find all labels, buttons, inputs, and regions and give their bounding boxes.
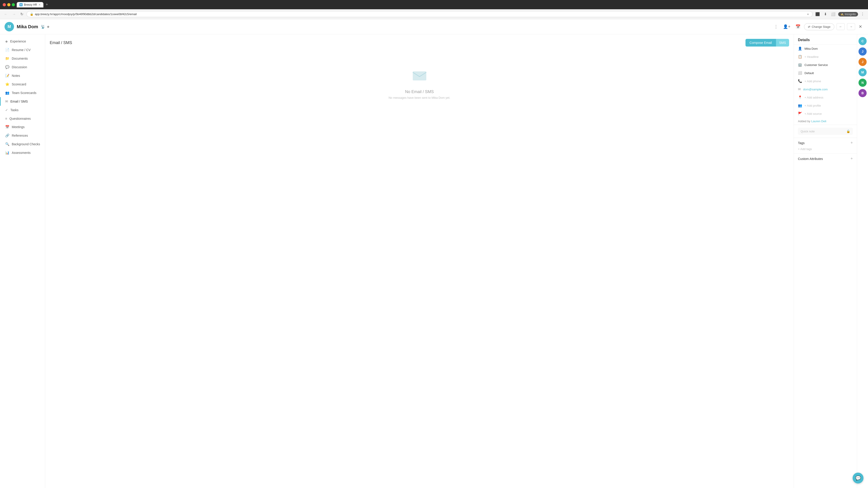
dept-sub-icon: ⬜ [798, 71, 802, 75]
sidebar-item-resume-cv[interactable]: 📄 Resume / CV [0, 46, 45, 54]
right-avatar-B[interactable]: B [859, 89, 867, 97]
sidebar-item-experience[interactable]: ◈ Experience [0, 37, 45, 46]
tags-add-btn[interactable]: + [850, 140, 853, 145]
email-value[interactable]: dom@sample.com [803, 88, 828, 91]
tab-close-btn[interactable]: ✕ [38, 3, 41, 6]
sidebar-item-team-scorecards[interactable]: 👥 Team Scorecards [0, 89, 45, 97]
detail-row-name: 👤 Mika Dom [794, 44, 857, 53]
empty-title: No Email / SMS [405, 90, 434, 94]
sidebar-label-experience: Experience [10, 39, 26, 43]
next-candidate-btn[interactable]: → [847, 23, 855, 30]
app-header: M Mika Dom 📡 ★ ⋮ 👤+ 📅 ⇄ Change Stage ← →… [0, 19, 868, 34]
department-sub: Default [804, 71, 814, 75]
compose-buttons: Compose Email SMS [745, 39, 789, 46]
sidebar-item-tasks[interactable]: ✓ Tasks [0, 106, 45, 114]
browser-chrome: B Breezy HR ✕ + [0, 0, 868, 9]
sidebar-item-references[interactable]: 🔗 References [0, 131, 45, 140]
sidebar: ◈ Experience 📄 Resume / CV 📁 Documents 💬… [0, 34, 45, 488]
refresh-btn[interactable]: ↻ [19, 11, 25, 17]
right-avatar-J1[interactable]: J [859, 47, 867, 56]
tags-section: Tags + + Add tags [794, 138, 857, 153]
chat-btn[interactable]: 💬 [852, 473, 864, 484]
custom-attrs-title: Custom Attributes [798, 157, 823, 161]
experience-icon: ◈ [5, 39, 8, 43]
source-placeholder: + Add source [804, 112, 822, 116]
window-minimize-btn[interactable] [7, 3, 10, 6]
new-tab-btn[interactable]: + [44, 2, 50, 7]
added-by-label: Added by [798, 120, 810, 123]
split-btn[interactable]: ⬜ [830, 11, 836, 17]
sms-btn[interactable]: SMS [776, 39, 789, 46]
nav-bar: ← → ↻ 🔒 app.breezy.hr/app/c/moodjoy/p/5b… [0, 9, 868, 19]
sidebar-item-discussion[interactable]: 💬 Discussion [0, 63, 45, 71]
resume-icon: 📄 [5, 48, 9, 52]
section-title: Email / SMS [50, 40, 72, 45]
sidebar-item-assessments[interactable]: 📊 Assessments [0, 149, 45, 157]
meetings-icon: 📅 [5, 125, 9, 129]
email-sms-header: Email / SMS Compose Email SMS [50, 39, 789, 46]
headline-placeholder: + Headline [804, 55, 819, 59]
headline-icon: 📋 [798, 55, 802, 59]
details-panel: Details 👤 Mika Dom 📋 + Headline 🏢 Custom… [794, 34, 857, 488]
sidebar-item-background-checks[interactable]: 🔍 Background Checks [0, 140, 45, 149]
added-by-name[interactable]: Lauren Deli [811, 120, 827, 123]
close-candidate-btn[interactable]: ✕ [857, 23, 864, 31]
detail-row-headline[interactable]: 📋 + Headline [794, 53, 857, 61]
active-tab[interactable]: B Breezy HR ✕ [17, 2, 43, 7]
custom-attrs-add-btn[interactable]: + [850, 156, 853, 161]
star-icon[interactable]: ★ [46, 25, 50, 29]
sidebar-item-scorecard[interactable]: ⭐ Scorecard [0, 80, 45, 89]
quick-note-field[interactable]: Quick note 🔒 [798, 128, 853, 135]
app-layout: ◈ Experience 📄 Resume / CV 📁 Documents 💬… [0, 34, 868, 488]
address-placeholder: + Add address [804, 96, 823, 99]
right-avatar-C[interactable]: C [859, 37, 867, 45]
detail-row-address[interactable]: 📍 + Add address [794, 93, 857, 101]
sidebar-label-assessments: Assessments [12, 151, 31, 155]
email-icon: ✉ [798, 87, 801, 91]
forward-btn[interactable]: → [11, 11, 17, 17]
tab-bar: B Breezy HR ✕ + [17, 2, 865, 7]
change-stage-label: Change Stage [812, 25, 831, 29]
sidebar-item-questionnaires[interactable]: ≡ Questionnaires [0, 114, 45, 123]
department-icon: 🏢 [798, 63, 802, 67]
extensions-btn[interactable]: ⬛ [814, 11, 821, 17]
compose-email-btn[interactable]: Compose Email [745, 39, 776, 46]
add-tags-link[interactable]: + Add tags [798, 147, 812, 151]
email-sms-icon: ✉ [5, 99, 8, 103]
back-btn[interactable]: ← [3, 11, 9, 17]
references-icon: 🔗 [5, 133, 9, 138]
window-maximize-btn[interactable] [12, 3, 15, 6]
background-checks-icon: 🔍 [5, 142, 9, 146]
right-avatar-J2[interactable]: J [859, 58, 867, 66]
sidebar-item-notes[interactable]: 📝 Notes [0, 71, 45, 80]
sidebar-label-email-sms: Email / SMS [10, 100, 28, 103]
change-stage-btn[interactable]: ⇄ Change Stage [804, 23, 834, 30]
phone-placeholder: + Add phone [804, 79, 821, 83]
sidebar-item-meetings[interactable]: 📅 Meetings [0, 123, 45, 131]
sidebar-item-email-sms[interactable]: ✉ Email / SMS [0, 97, 45, 106]
prev-candidate-btn[interactable]: ← [837, 23, 845, 30]
sidebar-item-documents[interactable]: 📁 Documents [0, 54, 45, 63]
window-close-btn[interactable] [3, 3, 6, 6]
custom-attrs-section: Custom Attributes + [794, 153, 857, 164]
more-options-btn[interactable]: ⋮ [773, 23, 779, 31]
details-header: Details [794, 34, 857, 44]
empty-subtitle: No messages have been sent to Mika Dom y… [389, 96, 450, 99]
sidebar-label-team-scorecards: Team Scorecards [12, 91, 36, 95]
added-by-row: Added by Lauren Deli [794, 118, 857, 125]
detail-row-source[interactable]: 🚩 + Add source [794, 109, 857, 118]
downloads-btn[interactable]: ⬇ [823, 11, 828, 17]
calendar-btn[interactable]: 📅 [794, 23, 802, 31]
right-avatar-M[interactable]: M [859, 68, 867, 76]
sidebar-label-scorecard: Scorecard [12, 83, 26, 86]
detail-row-profile[interactable]: 👥 + Add profile [794, 101, 857, 109]
detail-row-email: ✉ dom@sample.com [794, 85, 857, 93]
add-candidate-btn[interactable]: 👤+ [782, 23, 792, 31]
right-avatar-N[interactable]: N [859, 78, 867, 87]
url-bar[interactable]: 🔒 app.breezy.hr/app/c/moodjoy/p/5b46f90d… [26, 11, 813, 17]
rss-icon[interactable]: 📡 [41, 25, 45, 29]
candidate-avatar: M [4, 22, 14, 31]
sidebar-label-resume-cv: Resume / CV [12, 48, 31, 52]
menu-btn[interactable]: ⋮ [860, 11, 865, 17]
detail-row-phone[interactable]: 📞 + Add phone [794, 77, 857, 85]
